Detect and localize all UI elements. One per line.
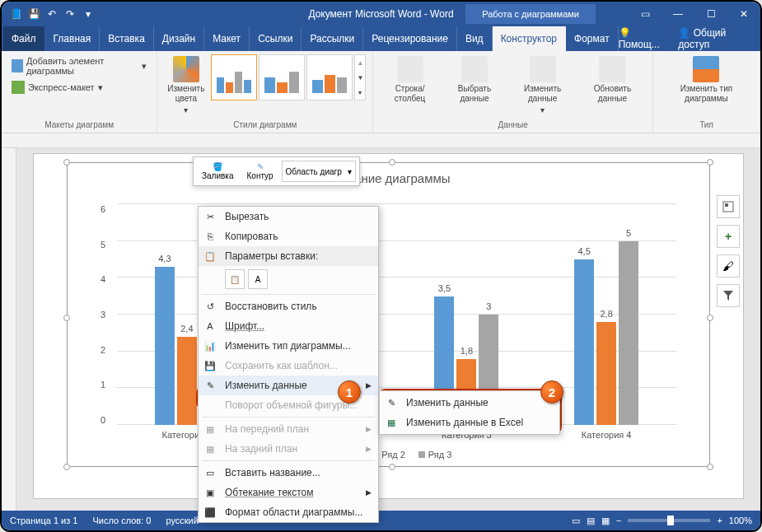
refresh-data-button[interactable]: Обновить данные xyxy=(579,54,646,105)
tab-file[interactable]: Файл xyxy=(3,26,45,51)
tab-design[interactable]: Дизайн xyxy=(154,26,204,51)
zoom-slider[interactable] xyxy=(628,519,710,522)
group-chart-styles: Изменить цвета ▾ ▲ ▼ ▾ Стили диаграмм xyxy=(157,51,373,133)
change-chart-type-button[interactable]: Изменить тип диаграммы xyxy=(660,54,753,105)
vertical-ruler[interactable] xyxy=(2,148,16,511)
statusbar: Страница 1 из 1 Число слов: 0 русский ▭ … xyxy=(2,511,760,530)
edit-data-icon: ✎ xyxy=(385,396,398,409)
gallery-up-icon[interactable]: ▲ xyxy=(355,59,365,67)
save-icon[interactable]: 💾 xyxy=(26,7,41,21)
menu-insert-caption[interactable]: ▭Вставить название... xyxy=(199,463,378,483)
menu-cut[interactable]: ✂Вырезать xyxy=(199,207,378,226)
chart-elements-button[interactable]: + xyxy=(717,225,740,248)
menu-font[interactable]: AШрифт... xyxy=(199,316,378,336)
fill-button[interactable]: 🪣Заливка xyxy=(197,161,239,182)
excel-icon: ▦ xyxy=(385,416,398,429)
ribbon-options-icon[interactable]: ▭ xyxy=(629,2,661,26)
status-words[interactable]: Число слов: 0 xyxy=(92,516,151,525)
submenu-edit-data[interactable]: ✎Изменить данные xyxy=(380,393,559,413)
callout-1: 1 xyxy=(338,380,361,404)
chart-style-2[interactable] xyxy=(259,54,305,100)
bar[interactable]: 5 xyxy=(619,241,638,425)
menu-copy[interactable]: ⎘Копировать xyxy=(199,226,378,246)
qat-dropdown-icon[interactable]: ▾ xyxy=(81,7,96,21)
submenu-edit-data-excel[interactable]: ▦Изменить данные в Excel xyxy=(380,413,559,432)
menu-change-type[interactable]: 📊Изменить тип диаграммы... xyxy=(199,336,378,356)
selection-handle[interactable] xyxy=(63,159,70,166)
outline-button[interactable]: ✎Контур xyxy=(242,161,278,182)
menu-reset-style[interactable]: ↺Восстановить стиль xyxy=(199,296,378,316)
bar[interactable]: 2,4 xyxy=(177,337,197,425)
view-read-icon[interactable]: ▭ xyxy=(572,516,580,526)
chart-legend[interactable]: Ряд 1Ряд 2Ряд 3 xyxy=(68,450,709,460)
cut-icon: ✂ xyxy=(203,210,217,223)
chart-styles-button[interactable]: 🖌 xyxy=(717,254,740,278)
tell-me[interactable]: 💡 Помощ... xyxy=(619,27,669,50)
tab-format[interactable]: Формат xyxy=(566,26,619,51)
menu-text-wrap[interactable]: ▣Обтекание текстом▶ xyxy=(199,483,378,502)
change-colors-button[interactable]: Изменить цвета ▾ xyxy=(164,54,208,117)
chart-title[interactable]: Название диаграммы xyxy=(68,163,709,185)
tab-review[interactable]: Рецензирование xyxy=(363,26,457,51)
status-page[interactable]: Страница 1 из 1 xyxy=(10,516,77,525)
chart-filters-button[interactable] xyxy=(717,284,740,307)
window-controls: ▭ — ☐ ✕ xyxy=(629,2,760,26)
tab-references[interactable]: Ссылки xyxy=(250,26,302,51)
view-web-icon[interactable]: ▦ xyxy=(601,516,610,526)
submenu-arrow-icon: ▶ xyxy=(366,381,372,390)
tab-insert[interactable]: Вставка xyxy=(100,26,154,51)
layout-options-button[interactable] xyxy=(717,195,740,218)
colors-icon xyxy=(173,56,199,82)
tab-home[interactable]: Главная xyxy=(45,26,101,51)
add-chart-element-button[interactable]: Добавить элемент диаграммы ▾ xyxy=(8,54,150,77)
selection-handle[interactable] xyxy=(707,159,713,166)
svg-rect-1 xyxy=(725,203,728,207)
paste-option-1[interactable]: 📋 xyxy=(225,269,245,289)
ribbon-tabs: Файл Главная Вставка Дизайн Макет Ссылки… xyxy=(2,26,760,51)
callout-2: 2 xyxy=(540,380,563,404)
tab-mailings[interactable]: Рассылки xyxy=(302,26,363,51)
selection-handle[interactable] xyxy=(707,464,713,470)
chart-area-combo[interactable]: Область диагр▾ xyxy=(282,161,356,182)
refresh-icon xyxy=(599,56,625,82)
share-button[interactable]: 👤 Общий доступ xyxy=(678,27,750,50)
tab-view[interactable]: Вид xyxy=(457,26,493,51)
switch-row-col-button[interactable]: Строка/столбец xyxy=(380,54,439,105)
select-data-button[interactable]: Выбрать данные xyxy=(443,54,507,105)
tab-constructor[interactable]: Конструктор xyxy=(493,26,566,51)
selection-handle[interactable] xyxy=(63,464,70,470)
gallery-more-icon[interactable]: ▾ xyxy=(355,89,365,96)
gallery-down-icon[interactable]: ▼ xyxy=(355,74,365,82)
selection-handle[interactable] xyxy=(389,464,395,470)
menu-format-chart-area[interactable]: ⬛Формат области диаграммы... xyxy=(199,502,378,522)
paste-option-2[interactable]: A xyxy=(248,269,268,289)
zoom-in-button[interactable]: + xyxy=(717,516,722,525)
chart-element-buttons: + 🖌 xyxy=(717,195,740,307)
zoom-out-button[interactable]: − xyxy=(616,516,621,525)
caption-icon: ▭ xyxy=(203,466,217,479)
minimize-button[interactable]: — xyxy=(661,2,694,26)
chart-style-3[interactable] xyxy=(306,54,353,100)
view-print-icon[interactable]: ▤ xyxy=(587,516,595,526)
undo-icon[interactable]: ↶ xyxy=(44,7,59,21)
bar[interactable]: 2,8 xyxy=(596,322,616,425)
close-button[interactable]: ✕ xyxy=(727,2,760,26)
tab-layout[interactable]: Макет xyxy=(204,26,250,51)
edit-data-button[interactable]: Изменить данные ▾ xyxy=(509,54,576,117)
maximize-button[interactable]: ☐ xyxy=(694,2,727,26)
quick-layout-button[interactable]: Экспресс-макет ▾ xyxy=(8,79,150,96)
status-lang[interactable]: русский xyxy=(166,516,198,525)
bar[interactable]: 4,5 xyxy=(574,259,594,425)
selection-handle[interactable] xyxy=(707,315,713,321)
menu-send-back: ▦На задний план▶ xyxy=(199,439,378,459)
redo-icon[interactable]: ↷ xyxy=(63,7,77,21)
selection-handle[interactable] xyxy=(63,315,70,321)
bar[interactable]: 4,3 xyxy=(155,267,175,425)
zoom-level[interactable]: 100% xyxy=(729,516,752,525)
chart-style-1[interactable] xyxy=(211,54,257,100)
horizontal-ruler[interactable] xyxy=(2,133,760,148)
selection-handle[interactable] xyxy=(389,159,395,166)
quick-access-toolbar: 📘 💾 ↶ ↷ ▾ xyxy=(2,7,102,21)
chart-style-gallery[interactable]: ▲ ▼ ▾ xyxy=(211,54,366,100)
page[interactable]: Название диаграммы 0123456 4,32,422,54,4… xyxy=(33,153,744,499)
